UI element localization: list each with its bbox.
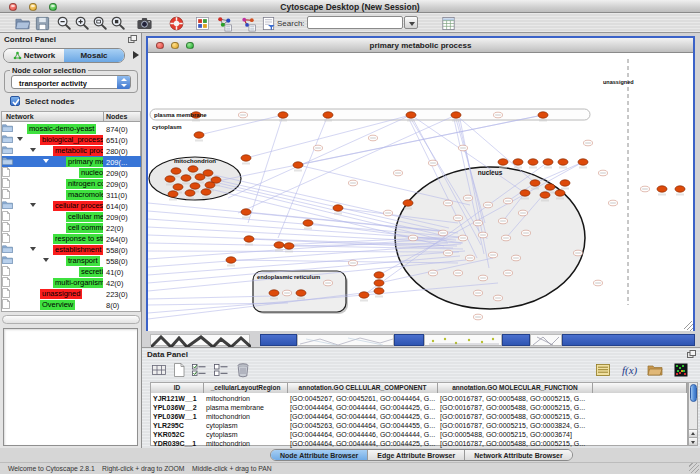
network-node[interactable] <box>675 186 685 192</box>
network-node[interactable] <box>195 174 205 180</box>
edge-view-icon[interactable] <box>240 15 257 32</box>
attribute-list-icon[interactable] <box>594 361 612 379</box>
tree-row-establishment-of-lo[interactable]: establishment of lo558(0) <box>2 244 141 255</box>
network-node[interactable] <box>513 159 523 165</box>
network-node[interactable] <box>165 176 175 182</box>
network-node[interactable] <box>284 243 294 249</box>
background-window-fragment[interactable] <box>562 334 695 346</box>
table-cell[interactable]: plasma membrane <box>204 403 288 412</box>
table-cell[interactable]: [GO:0044464, GO:0044444, GO:0044425, G..… <box>288 412 438 421</box>
tree-row-biological-process[interactable]: biological_process651(0) <box>2 134 141 145</box>
network-node[interactable] <box>538 112 548 118</box>
background-window-fragment[interactable] <box>502 334 530 346</box>
tree-row-unassigned[interactable]: unassigned223(0) <box>2 288 141 299</box>
search-input[interactable] <box>307 16 403 29</box>
network-node[interactable] <box>168 191 178 197</box>
background-window-fragment[interactable] <box>260 334 297 346</box>
table-header-1[interactable]: _cellularLayoutRegion <box>204 383 288 393</box>
network-node[interactable] <box>403 200 413 206</box>
scrollbar-thumb[interactable] <box>690 384 697 402</box>
network-node[interactable] <box>201 189 211 195</box>
table-cell[interactable]: YJR121W__1 <box>151 394 204 403</box>
network-node[interactable] <box>543 159 553 165</box>
network-node[interactable] <box>498 159 508 165</box>
attribute-grid-icon[interactable] <box>150 361 168 379</box>
table-cell[interactable]: [GO:0044464, GO:0044444, GO:0044425, G..… <box>288 439 438 448</box>
birds-eye-view[interactable] <box>3 328 138 446</box>
scroll-down-icon[interactable] <box>689 437 697 445</box>
network-node[interactable] <box>374 272 384 278</box>
new-attribute-icon[interactable] <box>170 361 188 379</box>
canvas-resize-grip[interactable] <box>684 321 693 331</box>
network-node[interactable] <box>269 290 279 296</box>
table-header-3[interactable]: annotation.GO MOLECULAR_FUNCTION <box>438 383 593 393</box>
expand-handle-icon[interactable] <box>17 137 23 141</box>
table-cell[interactable]: [GO:0016787, GO:0005488, GO:0005215, G..… <box>438 412 593 421</box>
table-vertical-scrollbar[interactable] <box>688 382 698 446</box>
table-cell[interactable]: YKR052C <box>151 430 204 439</box>
zoom-in-icon[interactable] <box>74 15 91 32</box>
network-node[interactable] <box>244 236 254 242</box>
unselect-attributes-icon[interactable] <box>212 361 230 379</box>
tree-row-cell-communicat[interactable]: cell communicat22(0) <box>2 222 141 233</box>
network-node[interactable] <box>578 159 588 165</box>
table-cell[interactable]: cytoplasm <box>204 421 288 430</box>
zoom-fit-icon[interactable] <box>92 15 109 32</box>
save-session-icon[interactable] <box>34 15 51 32</box>
import-attributes-icon[interactable] <box>646 361 664 379</box>
network-node[interactable] <box>241 155 251 161</box>
node-view-icon[interactable] <box>216 15 233 32</box>
network-node[interactable] <box>558 159 568 165</box>
table-cell[interactable]: [GO:0044464, GO:0044446, GO:0044444, G..… <box>288 430 438 439</box>
table-header-2[interactable]: annotation.GO CELLULAR_COMPONENT <box>288 383 438 393</box>
matrix-icon[interactable] <box>672 361 690 379</box>
network-node[interactable] <box>293 162 303 168</box>
snapshot-icon[interactable] <box>136 15 153 32</box>
tree-row-cellular-process[interactable]: cellular process614(0) <box>2 200 141 211</box>
help-icon[interactable] <box>168 15 185 32</box>
background-window-fragment[interactable] <box>297 334 394 346</box>
network-node[interactable] <box>374 280 384 286</box>
attribute-table[interactable]: ID_cellularLayoutRegionannotation.GO CEL… <box>150 382 688 446</box>
float-panel-icon[interactable] <box>128 35 137 45</box>
network-node[interactable] <box>451 112 461 118</box>
table-cell[interactable]: [GO:0045267, GO:0045261, GO:0044464, G..… <box>288 394 438 403</box>
zoom-selected-icon[interactable] <box>110 15 127 32</box>
background-window-fragment[interactable] <box>530 334 562 346</box>
tree-row-primary-metabolic[interactable]: primary metabolic209(... <box>2 156 141 167</box>
network-node[interactable] <box>194 132 204 138</box>
expand-handle-icon[interactable] <box>30 247 36 251</box>
network-node[interactable] <box>560 180 570 186</box>
search-options-dropdown[interactable] <box>404 16 418 29</box>
network-node[interactable] <box>185 190 195 196</box>
table-cell[interactable]: YPL036W__1 <box>151 412 204 421</box>
table-cell[interactable]: [GO:0045263, GO:0044464, GO:0044455, G..… <box>288 421 438 430</box>
background-window-fragment[interactable] <box>150 334 250 346</box>
tree-horizontal-scrollbar[interactable] <box>2 315 140 324</box>
delete-attribute-icon[interactable] <box>234 361 252 379</box>
table-cell[interactable]: [GO:0016787, GO:0005215, GO:0003824, G..… <box>438 421 593 430</box>
network-node[interactable] <box>323 112 333 118</box>
tree-row-nitrogen-compou[interactable]: nitrogen compou209(0) <box>2 178 141 189</box>
table-cell[interactable]: YPL036W__2 <box>151 403 204 412</box>
network-node[interactable] <box>173 184 183 190</box>
tree-row-nucleobase-co[interactable]: nucleobase-co209(0) <box>2 167 141 178</box>
network-canvas[interactable]: plasma membranecytoplasmmitochondrionnuc… <box>148 53 693 331</box>
network-node[interactable] <box>205 182 215 188</box>
network-node[interactable] <box>540 192 550 198</box>
function-builder-icon[interactable]: f(x) <box>620 361 638 379</box>
float-data-panel-icon[interactable] <box>687 350 696 360</box>
network-node[interactable] <box>171 168 181 174</box>
network-node[interactable] <box>190 183 200 189</box>
scroll-up-icon[interactable] <box>689 429 697 437</box>
open-session-icon[interactable] <box>14 15 31 32</box>
tab-network[interactable]: Network <box>4 49 64 62</box>
zoom-out-icon[interactable] <box>56 15 73 32</box>
tree-row-macromolecule[interactable]: macromolecule311(0) <box>2 189 141 200</box>
color-attribute-select[interactable]: transporter activity <box>11 75 131 89</box>
table-cell[interactable]: [GO:0016787, GO:0005488, GO:0005215, G..… <box>438 394 593 403</box>
table-header-id[interactable]: ID <box>151 383 204 393</box>
tree-row-secretion[interactable]: secretion41(0) <box>2 266 141 277</box>
table-cell[interactable]: [GO:0016787, GO:0005488, GO:0005215, G..… <box>438 439 593 448</box>
expand-handle-icon[interactable] <box>43 159 49 163</box>
